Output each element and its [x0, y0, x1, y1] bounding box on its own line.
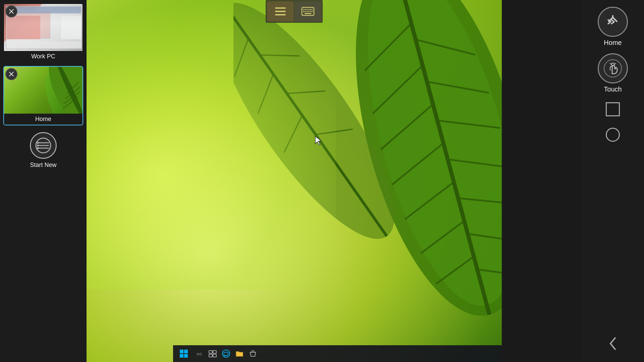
svg-rect-40	[275, 14, 286, 15]
toolbar	[266, 0, 323, 23]
close-work-pc-button[interactable]	[5, 5, 17, 17]
square-shape-icon	[606, 102, 620, 116]
taskbar-start-button[interactable]	[176, 346, 191, 361]
start-new-button[interactable]: Start New	[30, 132, 57, 169]
svg-rect-50	[309, 11, 311, 12]
home-label: Home	[4, 114, 83, 125]
menu-button[interactable]	[267, 1, 294, 21]
main-content: ws	[87, 0, 502, 362]
svg-rect-39	[275, 11, 286, 12]
touch-button[interactable]: Touch	[598, 53, 628, 93]
svg-rect-38	[275, 7, 286, 9]
svg-rect-57	[209, 351, 212, 353]
work-pc-label: Work PC	[4, 51, 83, 62]
svg-rect-53	[180, 350, 183, 353]
svg-rect-43	[305, 9, 307, 10]
taskbar: ws	[173, 345, 502, 362]
wallpaper	[87, 0, 502, 362]
touch-icon	[598, 53, 628, 83]
close-home-button[interactable]	[5, 68, 17, 80]
svg-rect-60	[213, 354, 216, 357]
start-new-label: Start New	[30, 162, 56, 169]
home-nav-button[interactable]: Home	[598, 7, 628, 47]
svg-rect-51	[311, 11, 313, 12]
home-nav-label: Home	[604, 39, 622, 47]
svg-rect-59	[209, 354, 212, 357]
svg-point-11	[37, 144, 39, 146]
keyboard-button[interactable]	[294, 1, 321, 21]
square-button[interactable]	[603, 100, 622, 119]
svg-rect-46	[311, 9, 313, 10]
circle-shape-icon	[606, 128, 620, 142]
left-sidebar: Work PC Home	[0, 0, 87, 362]
svg-rect-47	[303, 11, 305, 12]
touch-label: Touch	[604, 85, 622, 93]
session-card-work-pc[interactable]: Work PC	[3, 3, 83, 63]
svg-rect-44	[307, 9, 309, 10]
svg-rect-58	[213, 351, 216, 353]
taskbar-explorer-icon[interactable]	[234, 348, 245, 359]
svg-point-68	[611, 63, 614, 66]
taskbar-store-icon[interactable]	[248, 348, 258, 359]
leaf-decoration	[233, 0, 502, 362]
svg-rect-49	[307, 11, 309, 12]
right-sidebar: Home Touch	[582, 0, 644, 362]
svg-rect-54	[184, 350, 188, 353]
svg-rect-42	[303, 9, 305, 10]
svg-rect-52	[305, 13, 311, 14]
circle-button[interactable]	[603, 125, 622, 144]
svg-rect-45	[309, 9, 311, 10]
svg-point-67	[604, 60, 622, 77]
session-card-home[interactable]: Home	[3, 66, 83, 125]
svg-rect-48	[305, 11, 307, 12]
taskbar-task-view[interactable]	[207, 348, 218, 359]
svg-point-10	[37, 142, 39, 144]
taskbar-edge-icon[interactable]	[221, 348, 231, 359]
back-button[interactable]	[604, 335, 621, 352]
home-nav-icon	[598, 7, 628, 37]
svg-point-12	[37, 147, 39, 149]
svg-rect-56	[184, 354, 188, 358]
start-new-icon	[30, 132, 57, 159]
taskbar-ws-label: ws	[194, 347, 205, 360]
svg-rect-55	[180, 354, 183, 358]
